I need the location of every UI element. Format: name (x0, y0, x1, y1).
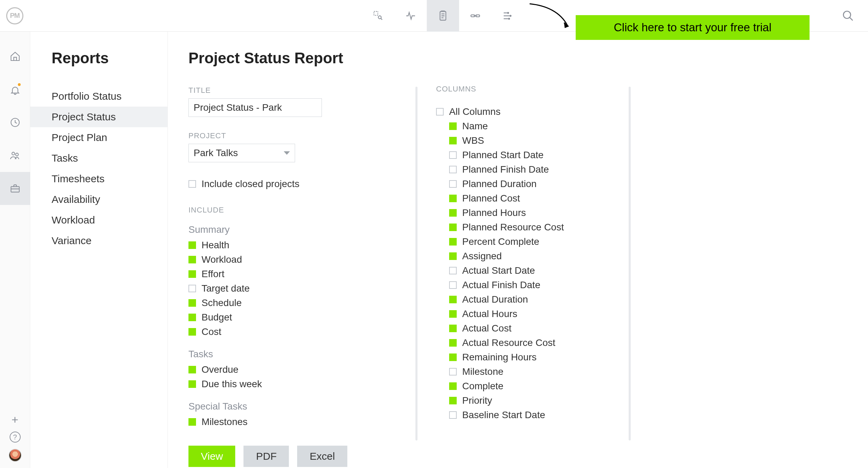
notifications-icon[interactable] (0, 73, 30, 106)
checkbox-icon (188, 418, 196, 426)
column-option[interactable]: Actual Finish Date (449, 278, 638, 292)
column-option[interactable]: Actual Hours (449, 307, 638, 321)
column-option-label: Planned Finish Date (462, 164, 549, 175)
checkbox-icon (188, 285, 196, 292)
briefcase-icon[interactable] (0, 172, 30, 205)
sidebar-item[interactable]: Variance (30, 230, 167, 251)
search-icon[interactable] (832, 0, 864, 32)
project-select-value: Park Talks (194, 148, 238, 159)
column-option[interactable]: Actual Start Date (449, 263, 638, 278)
column-option-label: Actual Start Date (462, 265, 535, 276)
include-option[interactable]: Due this week (188, 377, 429, 391)
include-option-label: Budget (202, 312, 232, 323)
include-option[interactable]: Effort (188, 267, 429, 281)
pdf-button[interactable]: PDF (243, 446, 289, 467)
time-icon[interactable] (0, 106, 30, 139)
home-icon[interactable] (0, 40, 30, 73)
logo[interactable]: PM (6, 7, 23, 24)
sidebar-item[interactable]: Timesheets (30, 168, 167, 189)
column-option-label: Milestone (462, 366, 503, 377)
include-option-label: Milestones (202, 416, 248, 427)
sidebar-item[interactable]: Portfolio Status (30, 86, 167, 107)
reports-icon[interactable] (427, 0, 459, 32)
checkbox-icon (188, 366, 196, 373)
column-option[interactable]: Planned Resource Cost (449, 220, 638, 235)
include-option[interactable]: Budget (188, 310, 429, 325)
column-option[interactable]: Remaining Hours (449, 350, 638, 364)
columns-label: COLUMNS (436, 85, 638, 94)
column-option-label: Planned Cost (462, 193, 520, 204)
column-option[interactable]: Planned Finish Date (449, 162, 638, 177)
checkbox-icon (449, 310, 457, 318)
svg-point-10 (12, 152, 14, 155)
svg-point-6 (510, 15, 511, 16)
project-select[interactable]: Park Talks (188, 144, 295, 162)
column-option[interactable]: Priority (449, 393, 638, 408)
main-area: Project Status Report TITLE PROJECT Park… (188, 32, 868, 468)
include-option[interactable]: Target date (188, 281, 429, 296)
column-option[interactable]: Actual Resource Cost (449, 336, 638, 350)
team-icon[interactable] (0, 139, 30, 172)
checkbox-icon (449, 166, 457, 173)
activity-icon[interactable] (394, 0, 427, 32)
column-option[interactable]: Actual Duration (449, 292, 638, 307)
column-option[interactable]: Milestone (449, 364, 638, 379)
column-option[interactable]: Percent Complete (449, 235, 638, 249)
column-option-label: Remaining Hours (462, 352, 536, 363)
include-option-label: Overdue (202, 364, 238, 375)
column-option[interactable]: Name (449, 119, 638, 133)
column-option-label: WBS (462, 135, 484, 146)
svg-point-11 (15, 153, 18, 156)
include-option[interactable]: Cost (188, 325, 429, 339)
project-field-label: PROJECT (188, 131, 429, 140)
column-option[interactable]: Baseline Start Date (449, 408, 638, 422)
sidebar-item[interactable]: Workload (30, 210, 167, 230)
include-option[interactable]: Overdue (188, 362, 429, 377)
column-option[interactable]: Assigned (449, 249, 638, 263)
sidebar-item[interactable]: Project Plan (30, 127, 167, 148)
sidebar: Reports Portfolio StatusProject StatusPr… (30, 32, 168, 468)
column-option-label: Actual Cost (462, 323, 511, 334)
checkbox-icon (188, 241, 196, 249)
include-option-label: Effort (202, 269, 224, 280)
sidebar-item[interactable]: Tasks (30, 148, 167, 168)
include-option-label: Workload (202, 254, 242, 265)
include-option[interactable]: Workload (188, 252, 429, 267)
link-icon[interactable] (459, 0, 491, 32)
include-option[interactable]: Schedule (188, 296, 429, 310)
column-option-label: Priority (462, 395, 492, 406)
report-title-input[interactable] (188, 98, 322, 117)
include-closed-checkbox[interactable]: Include closed projects (188, 177, 429, 191)
checkbox-icon (449, 252, 457, 260)
column-option-label: Complete (462, 381, 503, 392)
column-option[interactable]: Planned Cost (449, 191, 638, 206)
excel-button[interactable]: Excel (297, 446, 347, 467)
svg-point-8 (844, 11, 851, 19)
checkbox-icon (188, 256, 196, 263)
column-option[interactable]: Actual Cost (449, 321, 638, 336)
checkbox-icon (449, 224, 457, 231)
overview-icon[interactable] (362, 0, 394, 32)
checkbox-icon (449, 382, 457, 390)
sidebar-item[interactable]: Project Status (30, 107, 167, 127)
view-button[interactable]: View (188, 446, 235, 467)
add-icon[interactable]: + (12, 414, 19, 425)
column-option[interactable]: WBS (449, 133, 638, 148)
sidebar-item[interactable]: Availability (30, 189, 167, 210)
all-columns-checkbox[interactable]: All Columns (436, 105, 638, 119)
include-option[interactable]: Health (188, 238, 429, 252)
checkbox-icon (449, 296, 457, 303)
checkbox-icon (449, 122, 457, 130)
svg-rect-0 (374, 11, 378, 15)
include-option-label: Due this week (202, 379, 262, 390)
include-option-label: Target date (202, 283, 250, 294)
column-option[interactable]: Planned Duration (449, 177, 638, 191)
gantt-icon[interactable] (491, 0, 524, 32)
include-option[interactable]: Milestones (188, 415, 429, 429)
avatar[interactable] (9, 449, 22, 462)
help-icon[interactable]: ? (10, 432, 21, 443)
column-option[interactable]: Complete (449, 379, 638, 393)
column-option[interactable]: Planned Start Date (449, 148, 638, 162)
column-option[interactable]: Planned Hours (449, 206, 638, 220)
checkbox-icon (188, 380, 196, 388)
